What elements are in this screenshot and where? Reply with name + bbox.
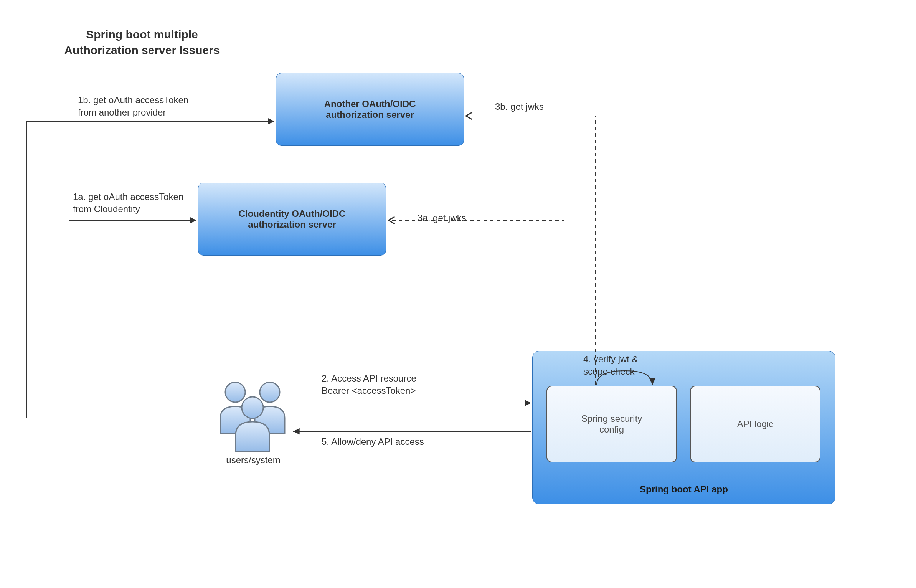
edge-4-line	[597, 371, 652, 385]
edge-1b-line	[27, 121, 274, 418]
edge-3a-line	[388, 220, 564, 385]
edge-3b-line	[466, 116, 596, 385]
arrows-layer	[0, 0, 916, 588]
diagram-canvas: Spring boot multiple Authorization serve…	[0, 0, 916, 588]
edge-1a-line	[69, 220, 196, 404]
